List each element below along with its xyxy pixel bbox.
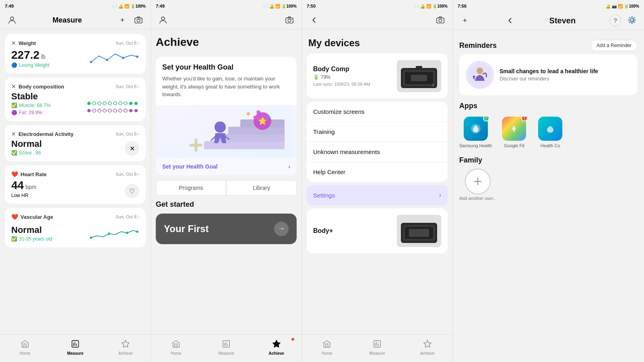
your-first-card[interactable]: Your First → <box>156 214 297 244</box>
your-first-label: Your First <box>164 223 209 234</box>
back-icon[interactable] <box>308 14 320 26</box>
plus-icon-4[interactable]: + <box>459 15 471 26</box>
goal-cta[interactable]: Set your Health Goal › <box>156 157 297 175</box>
nav-home-1[interactable]: Home <box>0 338 50 357</box>
goal-cta-arrow: › <box>288 163 290 170</box>
profile-icon-2[interactable] <box>157 14 169 26</box>
family-title: Family <box>459 156 638 165</box>
svg-point-11 <box>98 102 101 105</box>
nav-measure-2[interactable]: Measure <box>201 338 252 357</box>
reminder-card[interactable]: Small changes to lead a healthier life D… <box>459 54 638 95</box>
weight-card[interactable]: ✕ Weight Sun, Oct 8 › 227.2 lb 🔵Losing W… <box>5 34 146 74</box>
samsung-badge: ✓ <box>483 117 489 121</box>
settings-icon[interactable]: ⚙️ <box>626 14 638 26</box>
health-co-icon <box>538 117 562 141</box>
family-section: Family Add another user... <box>459 156 638 201</box>
camera-icon[interactable] <box>133 14 144 26</box>
eda-title: Electrodermal Activity <box>19 131 74 137</box>
unknown-measurements-item[interactable]: Unknown measurements <box>307 142 448 162</box>
app-google-fit[interactable]: ! Google Fit <box>500 117 528 148</box>
body-plus-name: Body+ <box>313 227 333 234</box>
svg-point-0 <box>10 17 14 20</box>
get-started-section: Get started <box>156 200 297 209</box>
apps-section: Apps <box>459 102 638 110</box>
svg-point-24 <box>108 109 111 112</box>
camera-icon-2[interactable] <box>284 14 295 26</box>
time-4: 7:56 <box>458 4 466 8</box>
body-comp-device-card[interactable]: Body Comp 🔋 79% Last sync: 10/8/23, 06:5… <box>307 53 448 99</box>
svg-point-17 <box>129 102 132 105</box>
nav-achieve-3[interactable]: Achieve <box>402 338 452 357</box>
measure-icon-2 <box>222 339 231 350</box>
help-icon[interactable]: ? <box>609 14 621 27</box>
app-samsung-health[interactable]: ✓ Samsung Health <box>459 117 492 148</box>
app-health-co[interactable]: Health Co <box>536 117 564 148</box>
status-bar-3: 7:50 ✉️ 🔔 📶 🔋100% <box>302 0 452 11</box>
svg-point-29 <box>134 109 138 112</box>
reminders-title: Reminders <box>459 41 497 50</box>
heart-rate-value: 44 <box>11 179 24 192</box>
heart-rate-action-btn[interactable]: ♡ <box>125 184 139 198</box>
body-comp-card[interactable]: ✕ Body composition Sun, Oct 8 › Stable ✅… <box>5 78 146 121</box>
vascular-age-card[interactable]: ❤️ Vascular Age Sun, Oct 8 › Normal ✅31-… <box>5 208 146 247</box>
help-center-item[interactable]: Help Center <box>307 162 448 182</box>
vascular-title: Vascular Age <box>21 214 53 220</box>
health-co-label: Health Co <box>541 143 560 148</box>
reminder-title: Small changes to lead a healthier life <box>500 68 631 74</box>
devices-content: My devices Body Comp 🔋 79% Last sync: 10… <box>302 29 452 334</box>
measure-icon-3 <box>373 339 382 350</box>
nav-measure-1[interactable]: Measure <box>50 338 101 357</box>
training-item[interactable]: Training <box>307 122 448 142</box>
settings-label: Settings <box>313 192 335 199</box>
svg-point-3 <box>140 19 141 20</box>
nav-measure-label-2: Measure <box>219 351 234 356</box>
achieve-icon-3 <box>423 339 432 350</box>
svg-rect-71 <box>374 341 381 348</box>
body-comp-value: Stable <box>11 91 38 102</box>
page-title-measure: Measure <box>52 16 82 25</box>
svg-point-51 <box>267 115 270 117</box>
svg-marker-58 <box>273 340 280 347</box>
profile-icon[interactable] <box>6 14 18 26</box>
tab-library[interactable]: Library <box>226 180 297 195</box>
panel-measure: 7:49 ✉️ 🔔 📶 🔋100% Measure + <box>0 0 151 362</box>
nav-achieve-label-3: Achieve <box>420 351 435 356</box>
customize-screens-item[interactable]: Customize screens <box>307 102 448 122</box>
heart-rate-card[interactable]: ❤️ Heart Rate Sun, Oct 8 › 44 bpm Low HR… <box>5 165 146 204</box>
weight-value: 227.2 <box>11 49 39 62</box>
eda-card[interactable]: ✕ Electrodermal Activity Sun, Oct 8 › No… <box>5 125 146 161</box>
bottom-nav-achieve: Home Measure Achieve <box>151 334 301 362</box>
add-icon[interactable]: + <box>117 14 128 26</box>
nav-achieve-2[interactable]: Achieve <box>251 338 301 357</box>
back-icon-4[interactable] <box>504 15 516 26</box>
goal-card-text: Whether you'd like to gain, lose, or mai… <box>162 75 290 99</box>
goal-card-title: Set your Health Goal <box>162 63 290 72</box>
goal-card-body: Set your Health Goal Whether you'd like … <box>156 57 297 105</box>
panel-steven: 7:56 🔔 📷 📶 🔋100% + Steven ? ⚙️ Reminders… <box>453 0 644 362</box>
eda-icon: ✕ <box>11 131 16 137</box>
add-reminder-btn[interactable]: Add a Reminder <box>590 40 638 51</box>
nav-home-3[interactable]: Home <box>302 338 352 357</box>
settings-item[interactable]: Settings › <box>307 185 448 205</box>
add-user-circle[interactable] <box>465 169 491 194</box>
nav-home-2[interactable]: Home <box>151 338 201 357</box>
apps-row: ✓ Samsung Health ! Google Fit <box>459 117 638 150</box>
svg-point-9 <box>87 102 91 105</box>
achieve-badge <box>291 338 294 341</box>
nav-home-label-3: Home <box>322 351 332 356</box>
nav-home-label-2: Home <box>171 351 182 356</box>
eda-action-btn[interactable]: ✕ <box>125 141 139 156</box>
tab-programs[interactable]: Programs <box>156 180 226 195</box>
body-plus-device-card[interactable]: Body+ <box>307 208 448 253</box>
weight-sub: 🔵Losing Weight <box>11 62 87 68</box>
eda-date: Sun, Oct 8 › <box>116 132 139 136</box>
svg-rect-70 <box>409 229 429 237</box>
status-icons-1: ✉️ 🔔 📶 🔋100% <box>112 4 146 8</box>
apps-title: Apps <box>459 102 638 110</box>
nav-measure-3[interactable]: Measure <box>352 338 402 357</box>
svg-point-74 <box>477 68 483 74</box>
svg-point-10 <box>93 102 96 105</box>
nav-achieve-1[interactable]: Achieve <box>100 338 151 357</box>
camera-icon-3[interactable] <box>435 14 446 26</box>
svg-point-20 <box>87 109 91 112</box>
